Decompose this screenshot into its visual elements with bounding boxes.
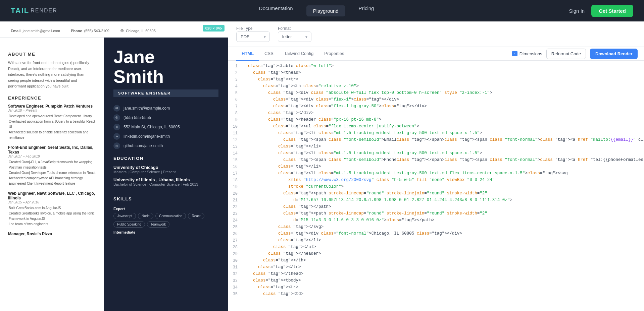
nav-documentation[interactable]: Documentation xyxy=(259,5,293,16)
code-editor[interactable]: 1 class="tag"><table class="w-full">2 cl… xyxy=(228,61,644,311)
nav-playground[interactable]: Playground xyxy=(306,5,345,16)
contact-github: ◎ github.com/jane-smith xyxy=(113,142,218,149)
nav-right: Sign In Get Started xyxy=(569,5,633,17)
email-icon: ✉ xyxy=(113,105,120,112)
resume-right-contact: ✉ jane.smith@example.com ✆ (555) 555-555… xyxy=(113,105,218,149)
nav-pricing[interactable]: Pricing xyxy=(359,5,374,16)
code-line: 1 class="tag"><table class="w-full"> xyxy=(228,63,644,70)
tab-properties[interactable]: Properties xyxy=(319,47,349,61)
edu-item-1: University of Chicago Masters | Computer… xyxy=(113,165,218,174)
skill-level-intermediate: Intermediate xyxy=(113,230,218,234)
file-type-label: File Type xyxy=(236,26,270,31)
logo[interactable]: TAIL RENDER xyxy=(11,6,57,15)
contact-phone: ✆ (555) 555-5555 xyxy=(113,114,218,121)
code-line: 6 class="tag"><div class="flex-1">class=… xyxy=(228,97,644,104)
format-select[interactable]: letter A4 legal xyxy=(278,32,311,42)
code-line: 3 class="tag"><tr> xyxy=(228,77,644,83)
resume-contact-row: Email jane.smith@gmail.com Phone (555) 5… xyxy=(11,28,217,33)
contact-address: ⊕ 552 Main St, Chicago, IL 60805 xyxy=(113,124,218,130)
about-text: With a love for front-end technologies (… xyxy=(8,60,96,89)
exp-item-4: Manager, Rosie's Pizza xyxy=(8,232,96,236)
nav-links: Documentation Playground Pricing xyxy=(78,5,556,16)
skill-teamwork: Teamwork xyxy=(147,221,170,228)
code-line: 17 class="tag"><li class="mt-1.5 trackin… xyxy=(228,171,644,177)
about-title: ABOUT ME xyxy=(8,52,96,57)
email-contact: Email jane.smith@gmail.com xyxy=(11,29,60,33)
code-line: 11 class="tag"><li class="mt-1.5 trackin… xyxy=(228,130,644,137)
skill-level-expert: Expert xyxy=(113,207,218,211)
resume-contact-bar: Email jane.smith@gmail.com Phone (555) 5… xyxy=(0,21,228,38)
code-line: 19 stroke="currentColor"> xyxy=(228,184,644,191)
file-type-select-wrapper: PDF PNG SVG ▼ xyxy=(236,32,270,42)
code-line: 5 class="tag"><div class="absolute w-ful… xyxy=(228,90,644,97)
code-line: 14 class="tag"><li class="mt-1.5 trackin… xyxy=(228,150,644,157)
format-label: Format xyxy=(278,26,311,31)
code-toolbar: File Type PDF PNG SVG ▼ Format letter A4 xyxy=(228,21,644,47)
preview-panel: 828 × 845 Email jane.smith@gmail.com Pho… xyxy=(0,21,228,311)
code-line: 12 class="tag"><span class="font-semibol… xyxy=(228,137,644,144)
code-line: 26 class="tag"><div class="font-normal">… xyxy=(228,231,644,238)
logo-tail: TAIL xyxy=(11,6,29,15)
file-type-select[interactable]: PDF PNG SVG xyxy=(236,32,270,42)
tab-html[interactable]: HTML xyxy=(236,47,259,61)
code-line: 31 class="tag"></tr> xyxy=(228,264,644,271)
dimensions-checkbox[interactable]: ✓ xyxy=(512,51,517,56)
code-line: 10 class="tag"><ul class="flex items-cen… xyxy=(228,124,644,130)
exp-item-3: Web Engineer, Nawt Software, LLC , Chica… xyxy=(8,191,96,227)
code-line: 8 class="tag"></div> xyxy=(228,110,644,117)
code-line: 25 class="tag"></svg> xyxy=(228,224,644,231)
skill-javascript: Javascript xyxy=(113,213,136,219)
contact-linkedin: in linkedin.com/in/jane-smith xyxy=(113,133,218,140)
get-started-button[interactable]: Get Started xyxy=(591,5,633,17)
code-line: 13 class="tag"></li> xyxy=(228,144,644,150)
expert-tags: Javascript Node Communication React Publ… xyxy=(113,213,218,228)
resume-frame[interactable]: Email jane.smith@gmail.com Phone (555) 5… xyxy=(0,21,228,311)
download-button[interactable]: Download Render xyxy=(590,49,638,59)
code-line: 33 class="tag"><tbody> xyxy=(228,278,644,285)
format-group: Format letter A4 legal ▼ xyxy=(278,26,311,42)
code-line: 16 class="tag"></li> xyxy=(228,164,644,171)
main-container: 828 × 845 Email jane.smith@gmail.com Pho… xyxy=(0,21,644,311)
skills-title: SKILLS xyxy=(113,196,218,201)
code-line: 15 class="tag"><span class="font-semibol… xyxy=(228,157,644,164)
location-icon: ⊕ xyxy=(113,124,120,130)
code-line: 35 class="tag"><td> xyxy=(228,291,644,298)
linkedin-icon: in xyxy=(113,133,120,140)
resume-name: Jane Smith xyxy=(113,47,218,87)
code-line: 23 class="tag"><path stroke-linecap="rou… xyxy=(228,211,644,217)
file-type-group: File Type PDF PNG SVG ▼ xyxy=(236,26,270,42)
github-icon: ◎ xyxy=(113,142,120,149)
reformat-button[interactable]: Reformat Code xyxy=(546,49,586,59)
preview-badge: 828 × 845 xyxy=(203,25,225,32)
resume-left-column: ABOUT ME With a love for front-end techn… xyxy=(0,38,104,311)
code-line: 29 class="tag"></header> xyxy=(228,251,644,258)
dimensions-check: ✓ Dimensions xyxy=(512,51,542,56)
code-line: 18 xmlns="http://www.w3.org/2000/svg" cl… xyxy=(228,177,644,184)
tab-tailwind-config[interactable]: Tailwind Config xyxy=(279,47,319,61)
code-panel: File Type PDF PNG SVG ▼ Format letter A4 xyxy=(228,21,644,311)
logo-render: RENDER xyxy=(31,8,57,14)
format-select-wrapper: letter A4 legal ▼ xyxy=(278,32,311,42)
skill-react: React xyxy=(188,213,204,219)
experience-title: EXPERIENCE xyxy=(8,96,96,101)
signin-button[interactable]: Sign In xyxy=(569,8,585,14)
code-line: 7 class="tag"><div class="flex-1 bg-gray… xyxy=(228,104,644,110)
code-line: 9 class="tag"><header class="px-16 pt-16… xyxy=(228,117,644,124)
code-tabs-bar: HTML CSS Tailwind Config Properties ✓ Di… xyxy=(228,47,644,61)
location-contact: ⊕ Chicago, IL 60805 xyxy=(120,28,156,33)
skill-communication: Communication xyxy=(155,213,186,219)
skill-public-speaking: Public Speaking xyxy=(113,221,145,228)
contact-email: ✉ jane.smith@example.com xyxy=(113,105,218,112)
resume-job-title: SOFTWARE ENGINEER xyxy=(113,89,218,97)
code-line: 27 class="tag"></li> xyxy=(228,238,644,244)
code-line: 34 class="tag"><tr> xyxy=(228,285,644,291)
code-line: 22 class="tag"></path> xyxy=(228,204,644,211)
edu-item-2: University of Illinois , Urbana, Illinoi… xyxy=(113,177,218,186)
education-title: EDUCATION xyxy=(113,156,218,161)
code-line: 28 class="tag"></ul> xyxy=(228,244,644,251)
code-line: 24 d="M15 11a3 3 0 11-6 0 3 3 0 016 0z">… xyxy=(228,217,644,224)
resume-right-column: Jane Smith SOFTWARE ENGINEER ✉ jane.smit… xyxy=(104,38,228,311)
exp-item-1: Software Engineer, Pumpkin Patch Venture… xyxy=(8,104,96,140)
tab-css[interactable]: CSS xyxy=(259,47,279,61)
exp-item-2: Front-End Engineer, Great Seats, Inc, Da… xyxy=(8,145,96,186)
